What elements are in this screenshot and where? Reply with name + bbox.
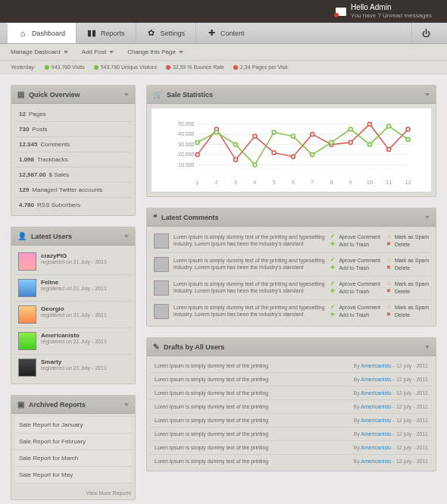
stat-item: 943.780 Visits [45, 64, 85, 70]
delete-button[interactable]: ✖Delete [386, 241, 429, 247]
tab-dashboard[interactable]: ⌂Dashboard [8, 23, 76, 43]
add-post[interactable]: Add Post [82, 49, 114, 55]
comment-text: Loren Ipsum is simply dummy text of the … [173, 304, 326, 318]
approve-button[interactable]: ✔Aprove Comment [330, 280, 380, 286]
stat-item: 2,34 Pages per Visit [233, 64, 288, 70]
tab-settings[interactable]: ✿Settings [136, 23, 196, 43]
delete-button[interactable]: ✖Delete [386, 265, 429, 271]
draft-row[interactable]: Loren Ipsum is simply dummy text of the … [150, 373, 433, 387]
svg-point-42 [349, 127, 352, 131]
chevron-down-icon [425, 346, 430, 349]
power-button[interactable]: ⏻ [411, 23, 439, 43]
svg-point-34 [195, 140, 199, 144]
svg-text:1: 1 [196, 180, 199, 185]
topbar: Hello Admin You have 7 Unread messages [0, 0, 447, 23]
change-page[interactable]: Change this Page [127, 49, 183, 55]
overview-row[interactable]: 4.780RSS Subcribers [14, 198, 132, 212]
svg-point-39 [291, 134, 295, 138]
panel-header[interactable]: ❝Latest Comments [147, 208, 436, 227]
drafts-icon: ✎ [153, 343, 159, 351]
panel-header[interactable]: 👤Latest Users [11, 227, 135, 246]
spam-button[interactable]: ⚠Mark as Spam [386, 257, 429, 263]
comments-icon: ❝ [153, 213, 157, 221]
overview-row[interactable]: 12Pages [14, 107, 132, 122]
spam-button[interactable]: ⚠Mark as Spam [386, 280, 429, 286]
svg-point-25 [253, 134, 257, 138]
panel-overview: ▤Quick Overview 12Pages730Posts12.345Com… [11, 85, 136, 216]
spam-button[interactable]: ⚠Mark as Spam [386, 233, 429, 239]
overview-row[interactable]: 12.345Comments [14, 137, 132, 152]
avatar [154, 257, 169, 272]
svg-point-27 [291, 155, 295, 158]
svg-point-31 [367, 122, 371, 126]
view-more-link[interactable]: View More Reports [11, 487, 135, 499]
panel-header[interactable]: ✎Drafts by All Users [147, 338, 436, 356]
overview-row[interactable]: 129Managed Twitter accounts [14, 183, 132, 198]
manage-dashboard[interactable]: Manage Dasboard [11, 49, 68, 55]
user-row[interactable]: Felineregistered on 21 July - 2011 [14, 275, 132, 302]
draft-row[interactable]: Loren Ipsum is simply dummy text of the … [150, 441, 433, 455]
chevron-down-icon [425, 93, 430, 96]
draft-row[interactable]: Loren Ipsum is simply dummy text of the … [150, 427, 433, 441]
overview-row[interactable]: 730Posts [14, 122, 132, 137]
user-row[interactable]: crazyPIGregistered on 21 July - 2011 [14, 249, 132, 275]
draft-row[interactable]: Loren Ipsum is simply dummy text of the … [150, 359, 433, 373]
svg-text:30.000: 30.000 [178, 142, 195, 147]
spam-button[interactable]: ⚠Mark as Spam [386, 304, 429, 310]
archived-row[interactable]: Sale Report for February [14, 434, 132, 450]
archived-row[interactable]: Sale Report for January [14, 417, 132, 434]
trash-button[interactable]: ✚Add to Trash [330, 265, 380, 271]
user-row[interactable]: Georgioregistered on 21 July - 2011 [14, 302, 132, 328]
panel-header[interactable]: ▤Quick Overview [11, 86, 135, 104]
trash-button[interactable]: ✚Add to Trash [330, 241, 380, 247]
tab-content[interactable]: ✚Content [195, 23, 255, 43]
archived-row[interactable]: Sale Report for March [14, 450, 132, 467]
stat-item: 32,59 % Bounce Rate [166, 64, 224, 70]
svg-text:3: 3 [234, 180, 237, 185]
status-dot [233, 65, 238, 70]
svg-text:20.000: 20.000 [178, 152, 195, 157]
greeting-text: Hello Admin [351, 3, 432, 12]
svg-text:4: 4 [253, 180, 256, 185]
svg-point-32 [387, 148, 391, 152]
stats-label: Yesterday: [11, 64, 36, 70]
unread-text[interactable]: You have 7 Unread messages [351, 12, 432, 20]
archived-row[interactable]: Sale Report for May [14, 467, 132, 484]
overview-row[interactable]: 12,987.00$ Sales [14, 167, 132, 183]
svg-point-37 [253, 163, 257, 167]
status-dot [45, 65, 49, 70]
chevron-down-icon [425, 216, 430, 219]
chevron-down-icon [64, 51, 68, 54]
comment-text: Loren Ipsum is simply dummy text of the … [173, 233, 326, 247]
comment-row: Loren Ipsum is simply dummy text of the … [150, 230, 433, 253]
approve-button[interactable]: ✔Aprove Comment [330, 304, 380, 310]
approve-button[interactable]: ✔Aprove Comment [330, 257, 380, 263]
draft-row[interactable]: Loren Ipsum is simply dummy text of the … [150, 387, 433, 400]
bars-icon: ▮▮ [87, 29, 96, 38]
envelope-icon[interactable] [336, 8, 346, 16]
svg-text:10.000: 10.000 [178, 162, 195, 167]
avatar [154, 304, 169, 319]
svg-text:7: 7 [311, 180, 314, 185]
svg-point-30 [349, 140, 352, 144]
plus-icon: ✚ [207, 29, 216, 38]
draft-row[interactable]: Loren Ipsum is simply dummy text of the … [150, 455, 433, 468]
approve-button[interactable]: ✔Aprove Comment [330, 233, 380, 239]
avatar [18, 358, 36, 377]
svg-point-33 [406, 127, 410, 131]
delete-button[interactable]: ✖Delete [386, 311, 429, 318]
overview-row[interactable]: 1.098Trackbacks [14, 152, 132, 167]
avatar [18, 332, 36, 350]
draft-row[interactable]: Loren Ipsum is simply dummy text of the … [150, 414, 433, 427]
user-row[interactable]: Smartyregistered on 21 July - 2011 [14, 355, 132, 380]
trash-button[interactable]: ✚Add to Trash [330, 288, 380, 294]
panel-header[interactable]: 🛒Sale Statistics [147, 86, 436, 104]
trash-button[interactable]: ✚Add to Trash [330, 311, 380, 318]
tab-reports[interactable]: ▮▮Reports [76, 23, 136, 43]
draft-row[interactable]: Loren Ipsum is simply dummy text of the … [150, 400, 433, 414]
delete-button[interactable]: ✖Delete [386, 288, 429, 294]
panel-header[interactable]: ▣Archived Reports [11, 396, 135, 414]
user-row[interactable]: Americanistoregistered on 21 July - 2011 [14, 328, 132, 355]
svg-text:12: 12 [405, 180, 411, 185]
svg-point-45 [406, 137, 410, 141]
